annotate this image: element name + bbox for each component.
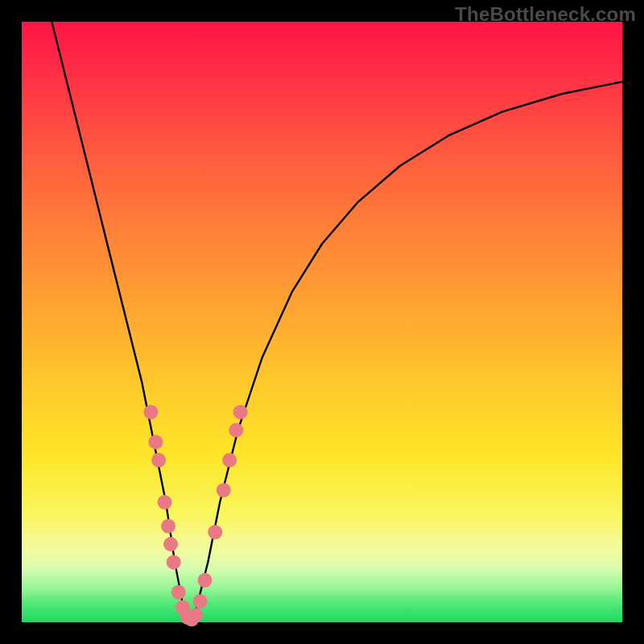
marker-dot — [198, 573, 213, 588]
marker-dot — [208, 525, 222, 539]
marker-dot — [143, 405, 158, 419]
plot-area — [22, 22, 622, 622]
marker-dot — [161, 519, 175, 534]
marker-dot — [229, 423, 243, 437]
marker-dot — [171, 585, 186, 600]
marker-dot — [148, 435, 163, 449]
marker-dot — [222, 453, 237, 468]
watermark-text: TheBottleneck.com — [455, 3, 636, 26]
highlighted-points — [143, 405, 247, 626]
marker-dot — [167, 555, 181, 569]
marker-dot — [193, 594, 208, 609]
marker-dot — [158, 495, 172, 510]
bottleneck-curve — [52, 22, 622, 622]
chart-svg — [22, 22, 622, 622]
marker-dot — [188, 608, 203, 622]
curve-path — [52, 22, 622, 622]
chart-frame: TheBottleneck.com — [0, 0, 644, 644]
marker-dot — [151, 453, 166, 468]
marker-dot — [217, 483, 231, 497]
marker-dot — [163, 537, 178, 551]
marker-dot — [233, 405, 248, 419]
